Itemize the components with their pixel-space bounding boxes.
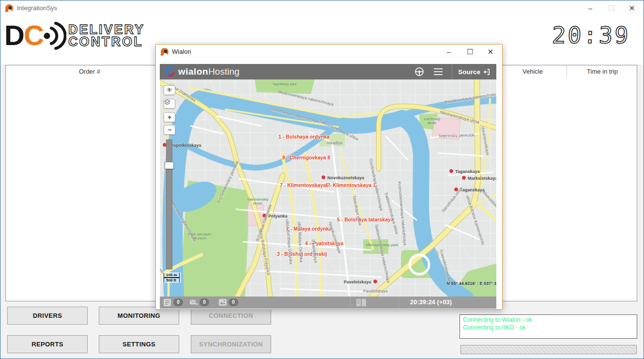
- wialon-window: Wialon – ☐ ✕ wialon Hosting: [155, 44, 503, 310]
- synchronization-button[interactable]: SYNCHRONIZATION: [191, 335, 271, 353]
- cursor-coordinates: N 55° 44.9216' : E 037° 3: [447, 281, 496, 286]
- map-label-marker: 4 - Pyatnitskaya: [305, 240, 343, 246]
- map-label-street: Sadovnicheskaya naberezhnaya: [374, 224, 391, 283]
- map-label-street: ulitsa Bol'shaya Polyanka: [258, 229, 271, 275]
- app-titlebar: IntegrationSys – ☐ ✕: [0, 0, 644, 16]
- driver-mode-icon[interactable]: [414, 66, 425, 77]
- svg-text:C: C: [24, 21, 44, 51]
- map-label-street: Bernikovskaya naberezhnaya: [445, 92, 496, 105]
- zoom-slider-track[interactable]: [166, 140, 172, 269]
- column-header-order: Order #: [34, 68, 145, 75]
- panel-layout-icon[interactable]: [356, 299, 367, 306]
- statusbar-divider: [350, 297, 351, 309]
- menu-icon[interactable]: [433, 68, 443, 76]
- source-label: Source: [458, 68, 480, 76]
- settings-button[interactable]: SETTINGS: [99, 335, 179, 353]
- svg-text:D: D: [4, 21, 25, 51]
- map-label-metro: Polyanka: [261, 213, 288, 219]
- map-label-metro: Novokuznetskaya: [320, 175, 364, 180]
- maximize-button[interactable]: ☐: [601, 0, 622, 16]
- digital-clock: 20:39: [552, 22, 630, 48]
- map-label-marker: 6 - Klimentovskaya 1: [325, 182, 376, 188]
- map-label-street: ulitsa Bol'shaya Ordynka: [285, 219, 293, 265]
- map-label-street: Ozerkovskaya naberezhnaya: [368, 158, 384, 211]
- zoom-out-button[interactable]: −: [164, 125, 175, 135]
- photos-icon: [219, 299, 227, 306]
- minimize-button[interactable]: –: [580, 0, 601, 16]
- map-label-street: Sadovnicheskaya ulitsa: [319, 118, 359, 141]
- map-label-marker: 2 - Malaya ordynka: [286, 226, 332, 232]
- map-label-metro-r: Paveletskaya: [344, 279, 379, 284]
- wialon-close-button[interactable]: ✕: [480, 45, 501, 59]
- wialon-titlebar[interactable]: Wialon – ☐ ✕: [156, 45, 502, 59]
- map-label-street: ulitsa Bol'shie Kamenshchiki: [465, 195, 486, 246]
- map-label-street: Bol'shaya Yakimanka: [255, 204, 273, 242]
- messages-counter[interactable]: 0: [164, 298, 183, 306]
- map-label-marker: 3 - Bolshoj ordynskij: [277, 251, 327, 257]
- delivery-control-logo: D C DELIVERY CONTROL: [4, 21, 145, 51]
- map-label-marker: 8 - Chernigovkaya 8: [282, 155, 330, 160]
- photos-counter[interactable]: 0: [219, 298, 238, 306]
- source-logout-button[interactable]: Source: [452, 64, 496, 79]
- map-label-park: Park Iskusstv Muzeon: [187, 233, 212, 240]
- map-label-street: Krasnokholmskaya: [439, 249, 452, 284]
- map-label-street: ulitsa Malaya Ordynka: [297, 221, 304, 263]
- map-label-park: Yakimanskiy skver: [243, 198, 272, 205]
- app-title: IntegrationSys: [17, 4, 57, 12]
- column-header-vehicle: Vehicle: [504, 68, 562, 75]
- map-label-park: Mikhaylovskiy park: [365, 243, 399, 247]
- brand-wialon: wialon: [178, 66, 208, 77]
- layers-icon: [164, 99, 170, 105]
- connection-log: Connecting to Wialon - ok Connecting to …: [460, 314, 637, 339]
- map-label-street: Raushskaya naberezhnaya: [270, 106, 319, 124]
- map-label-park: Ust'inskiy skver: [421, 117, 443, 125]
- wialon-clock: 20:39:24 (+03): [399, 298, 462, 306]
- map-label-street: Kosmodamianskaya naberezhnaya: [397, 181, 408, 246]
- map-label-street: Vorontsovskaya: [480, 126, 490, 156]
- scale-meters: 100 m: [164, 273, 180, 278]
- wialon-brand-icon: [165, 66, 175, 77]
- messages-icon: [164, 299, 172, 306]
- visibility-eye-button[interactable]: 👁: [164, 85, 175, 95]
- wialon-status-bar: 0 0 0: [160, 297, 496, 309]
- wialon-window-icon: [161, 48, 169, 56]
- messages-count: 0: [173, 298, 183, 306]
- map-label-street: Paveletskaya: [363, 289, 388, 294]
- statusbar-divider: [399, 297, 399, 309]
- wialon-hosting-brand: wialon Hosting: [178, 66, 240, 77]
- map-label-street: 1-y Golutvinskiy pereulok: [216, 160, 240, 203]
- map-label-street: Novokuznetskaya: [327, 221, 342, 254]
- map-label-street: Tatarskaya ulitsa: [352, 195, 363, 226]
- column-header-time-in-trip: Time in trip: [568, 68, 636, 75]
- zoom-slider-handle[interactable]: [165, 162, 174, 169]
- map-label-metro: Marksistskaya: [460, 175, 496, 181]
- commands-icon: [190, 299, 198, 306]
- map-label-park: Taynitskiy sad: [262, 82, 306, 86]
- zoom-in-button[interactable]: +: [164, 112, 175, 122]
- map-label-marker: 1 - Bolshaya ordynka: [278, 134, 330, 140]
- log-line: Connecting to Wialon - ok: [463, 316, 634, 324]
- drivers-button[interactable]: DRIVERS: [7, 307, 88, 325]
- map-label-metro: Taganskaya: [452, 187, 485, 192]
- commands-counter[interactable]: 0: [190, 298, 209, 306]
- layers-button[interactable]: [164, 99, 175, 109]
- app-logo-icon: [5, 4, 13, 12]
- map-label-street: Narodnaya ulitsa: [441, 186, 463, 213]
- reports-button[interactable]: REPORTS: [7, 335, 88, 353]
- progress-bar: [460, 345, 637, 354]
- close-button[interactable]: ✕: [621, 0, 643, 16]
- map-label-street: Teterinskiy pereulok: [438, 132, 475, 139]
- wialon-maximize-button[interactable]: ☐: [460, 45, 481, 59]
- map-canvas[interactable]: 1 - Bolshaya ordynka8 - Chernigovkaya 87…: [160, 79, 496, 297]
- map-scale: 100 m 500 ft: [162, 272, 181, 283]
- map-label-metro: Taganskaya: [447, 169, 480, 174]
- logo-text-control: CONTROL: [68, 36, 145, 48]
- app-window: IntegrationSys – ☐ ✕ D C DELIVERY CONTRO…: [0, 0, 644, 359]
- column-divider: [567, 65, 567, 78]
- dc-logo-icon: D C: [4, 21, 66, 51]
- map-label-street: Sadovnicheskaya ulitsa: [383, 192, 399, 234]
- map-labels-layer: 1 - Bolshaya ordynka8 - Chernigovkaya 87…: [160, 79, 496, 297]
- map-label-street: Moskvoretskaya naberezhnaya: [277, 89, 334, 107]
- wialon-minimize-button[interactable]: –: [438, 45, 460, 59]
- map-label-marker: 7 - Klimentovskaya 2: [280, 182, 330, 188]
